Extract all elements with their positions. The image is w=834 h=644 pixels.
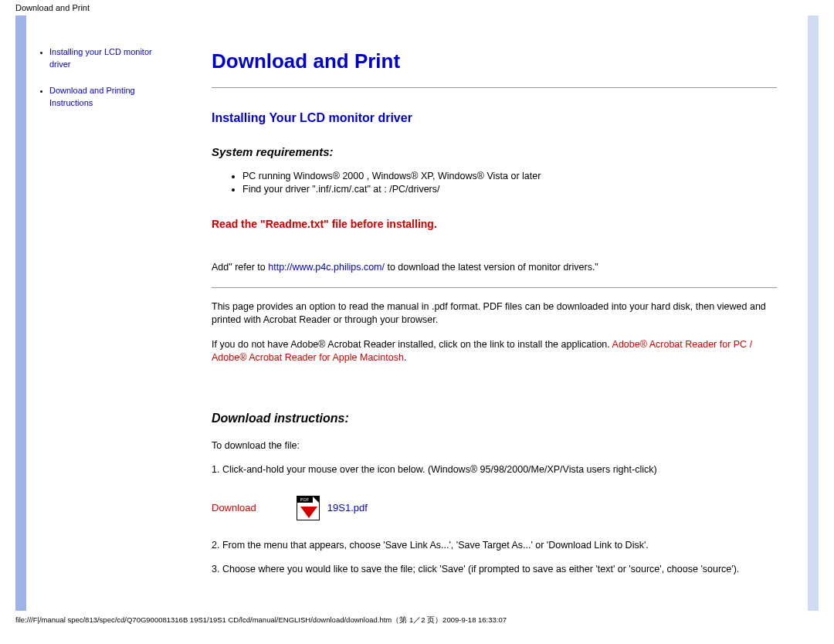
text: .	[404, 352, 406, 363]
download-label: Download	[212, 502, 256, 514]
add-drivers-text: Add" refer to http://www.p4c.philips.com…	[212, 261, 777, 275]
main-content: Download and Print Installing Your LCD m…	[173, 15, 808, 611]
file-path-footer: file:///F|/manual spec/813/spec/cd/Q70G9…	[0, 611, 834, 630]
download-instructions-heading: Download instructions:	[212, 412, 777, 425]
divider	[212, 287, 777, 288]
requirement-item: PC running Windows® 2000 , Windows® XP, …	[242, 171, 777, 181]
pdf-icon: PDF	[297, 496, 320, 520]
text: If you do not have Adobe® Acrobat Reader…	[212, 339, 612, 350]
pdf-download-text: This page provides an option to read the…	[212, 300, 777, 327]
divider	[212, 87, 777, 88]
download-intro: To download the file:	[212, 439, 777, 453]
window-title: Download and Print	[0, 0, 834, 15]
requirement-item: Find your driver ".inf/.icm/.cat" at : /…	[242, 184, 777, 195]
readme-warning: Read the "Readme.txt" file before instal…	[212, 218, 777, 230]
right-blue-band	[808, 15, 819, 611]
text: /	[747, 339, 752, 350]
sidebar-link-download[interactable]: Download and Printing Instructions	[49, 86, 135, 107]
left-blue-band	[15, 15, 26, 611]
download-step-2: 2. From the menu that appears, choose 'S…	[212, 539, 777, 553]
download-step-3: 3. Choose where you would like to save t…	[212, 563, 777, 577]
content-frame: Installing your LCD monitor driver Downl…	[15, 15, 819, 611]
text: to download the latest version of monito…	[385, 262, 598, 273]
sidebar-link-installing[interactable]: Installing your LCD monitor driver	[49, 47, 152, 69]
sidebar: Installing your LCD monitor driver Downl…	[26, 15, 173, 611]
pdf-file-link[interactable]: PDF 19S1.pdf	[297, 496, 368, 520]
pdf-filename: 19S1.pdf	[327, 502, 368, 514]
acrobat-pc-link[interactable]: Adobe® Acrobat Reader for PC	[612, 339, 748, 350]
p4c-link[interactable]: http://www.p4c.philips.com/	[268, 262, 385, 273]
reader-text: If you do not have Adobe® Acrobat Reader…	[212, 338, 777, 365]
download-row: Download PDF 19S1.pdf	[212, 496, 777, 520]
requirements-list: PC running Windows® 2000 , Windows® XP, …	[242, 171, 777, 195]
download-step-1: 1. Click-and-hold your mouse over the ic…	[212, 463, 777, 477]
acrobat-mac-link[interactable]: Adobe® Acrobat Reader for Apple Macintos…	[212, 352, 404, 363]
section-installing-heading: Installing Your LCD monitor driver	[212, 111, 777, 125]
system-requirements-heading: System requirements:	[212, 145, 777, 158]
text: Add" refer to	[212, 262, 268, 273]
page-title: Download and Print	[212, 49, 777, 73]
